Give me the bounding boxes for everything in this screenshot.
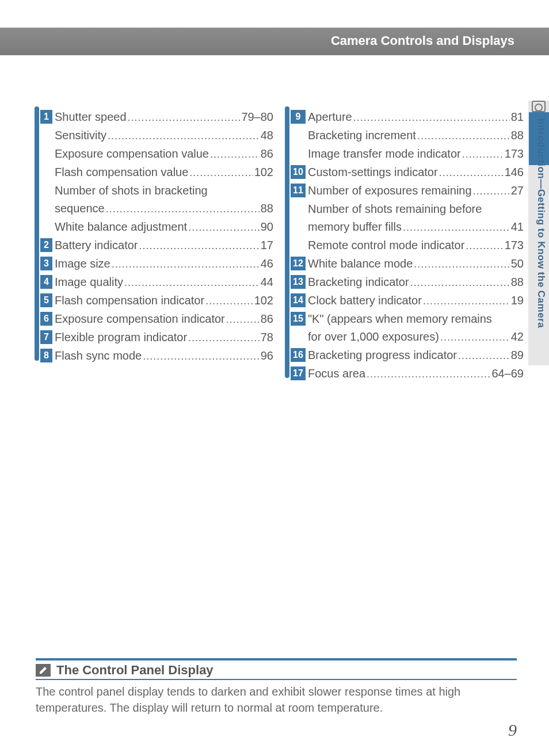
toc-entry: Remote control mode indicator173 bbox=[291, 236, 524, 254]
pencil-icon bbox=[36, 664, 51, 677]
entry-leader-dots bbox=[209, 146, 260, 163]
page-number: 9 bbox=[508, 720, 517, 740]
entry-leader-dots bbox=[204, 292, 253, 310]
entry-line: Shutter speed79–80 bbox=[55, 108, 273, 126]
entry-page: 173 bbox=[504, 236, 524, 254]
entry-leader-dots bbox=[127, 109, 241, 126]
entry-page: 27 bbox=[510, 182, 524, 199]
entry-line: Image transfer mode indicator173 bbox=[308, 145, 524, 163]
entry-label: Flash compensation value bbox=[55, 163, 188, 181]
entry-page: 79–80 bbox=[240, 108, 273, 125]
entry-label: Bracketing increment bbox=[308, 127, 416, 144]
camera-icon bbox=[532, 101, 546, 112]
entry-leader-dots bbox=[422, 292, 510, 310]
entry-leader-dots bbox=[416, 127, 510, 144]
entry-page: 42 bbox=[510, 328, 524, 345]
entry-leader-dots bbox=[110, 255, 260, 273]
entry-label: Clock battery indicator bbox=[308, 292, 422, 309]
toc-entry: 6Exposure compensation indicator86 bbox=[40, 310, 273, 328]
entry-label: memory buffer fills bbox=[308, 218, 402, 235]
entry-leader-dots bbox=[402, 219, 510, 236]
entry-leader-dots bbox=[123, 274, 260, 291]
entry-leader-dots bbox=[409, 274, 510, 291]
entry-label: Shutter speed bbox=[55, 108, 127, 125]
note-box: The Control Panel Display The control pa… bbox=[36, 658, 517, 716]
entry-number: 7 bbox=[40, 330, 52, 344]
toc-entry: sequence88 bbox=[40, 200, 273, 217]
entry-page: 78 bbox=[260, 329, 273, 346]
entry-line: memory buffer fills41 bbox=[308, 218, 524, 236]
toc-right-column: 9Aperture81Bracketing increment88Image t… bbox=[291, 108, 524, 383]
entry-line: Image quality44 bbox=[55, 273, 273, 291]
entry-page: 64–69 bbox=[490, 365, 524, 382]
toc-entry: 9Aperture81 bbox=[291, 108, 524, 126]
entry-leader-dots bbox=[138, 237, 260, 254]
entry-label: Remote control mode indicator bbox=[308, 236, 464, 254]
toc-entry: 12White balance mode50 bbox=[291, 255, 524, 273]
entry-label: sequence bbox=[55, 200, 105, 217]
entry-label: Exposure compensation indicator bbox=[55, 310, 225, 327]
toc-entry: Exposure compensation value86 bbox=[40, 145, 273, 163]
entry-page: 88 bbox=[260, 200, 273, 217]
toc-entry: 2Battery indicator17 bbox=[40, 236, 273, 254]
entry-label: Custom-settings indicator bbox=[308, 163, 438, 181]
entry-line: Battery indicator17 bbox=[55, 236, 273, 254]
entry-leader-dots bbox=[461, 146, 504, 163]
entry-leader-dots bbox=[187, 219, 260, 236]
entry-page: 50 bbox=[510, 255, 524, 272]
entry-line: sequence88 bbox=[55, 200, 273, 217]
toc-entry: 8Flash sync mode96 bbox=[40, 347, 273, 365]
entry-page: 81 bbox=[510, 108, 524, 125]
toc-entry: 7Flexible program indicator78 bbox=[40, 329, 273, 346]
entry-label: Flexible program indicator bbox=[55, 329, 187, 346]
entry-number: 3 bbox=[40, 257, 52, 270]
toc-entry: Number of shots in bracketing bbox=[40, 182, 273, 199]
entry-page: 146 bbox=[504, 163, 524, 181]
side-section-label: Introduction—Getting to Know the Camera bbox=[535, 119, 547, 328]
entry-leader-dots bbox=[439, 329, 510, 346]
entry-line: Exposure compensation indicator86 bbox=[55, 310, 273, 328]
entry-line: Flash compensation value102 bbox=[55, 163, 273, 181]
entry-line: Aperture81 bbox=[308, 108, 524, 126]
entry-number: 1 bbox=[40, 110, 52, 124]
entry-label: Number of shots remaining before bbox=[308, 200, 482, 217]
toc-entry: 3Image size46 bbox=[40, 255, 273, 273]
toc-entry: for over 1,000 exposures)42 bbox=[291, 328, 524, 346]
entry-label: Flash sync mode bbox=[55, 347, 142, 364]
toc-entry: 5Flash compensation indicator102 bbox=[40, 292, 273, 310]
entry-label: "K" (appears when memory remains bbox=[308, 310, 492, 327]
toc-entry: memory buffer fills41 bbox=[291, 218, 524, 236]
entry-page: 88 bbox=[510, 127, 524, 144]
entry-leader-dots bbox=[106, 127, 260, 144]
entry-label: Aperture bbox=[308, 108, 352, 125]
entry-line: "K" (appears when memory remains bbox=[308, 310, 524, 327]
note-rule bbox=[36, 658, 517, 660]
entry-line: Exposure compensation value86 bbox=[55, 145, 273, 163]
entry-line: Image size46 bbox=[55, 255, 273, 273]
entry-leader-dots bbox=[365, 365, 490, 383]
toc-entry: 16Bracketing progress indicator89 bbox=[291, 346, 524, 364]
entry-number: 13 bbox=[291, 275, 306, 289]
entry-page: 90 bbox=[260, 218, 273, 235]
entry-line: Flexible program indicator78 bbox=[55, 329, 273, 346]
entry-label: Image transfer mode indicator bbox=[308, 145, 461, 162]
header-title: Camera Controls and Displays bbox=[331, 33, 514, 48]
entry-page: 173 bbox=[504, 145, 524, 162]
toc-entry: Image transfer mode indicator173 bbox=[291, 145, 524, 163]
entry-number: 16 bbox=[291, 348, 306, 362]
entry-leader-dots bbox=[457, 347, 510, 364]
entry-page: 19 bbox=[510, 292, 524, 309]
entry-leader-dots bbox=[413, 255, 509, 273]
toc-columns: 1Shutter speed79–80Sensitivity48Exposure… bbox=[40, 108, 514, 383]
entry-page: 44 bbox=[260, 273, 273, 291]
entry-page: 88 bbox=[510, 273, 524, 291]
header-bar: Camera Controls and Displays bbox=[0, 28, 549, 55]
toc-entry: 4Image quality44 bbox=[40, 273, 273, 291]
toc-entry: Sensitivity48 bbox=[40, 127, 273, 144]
entry-label: Focus area bbox=[308, 365, 365, 382]
entry-number: 4 bbox=[40, 275, 52, 289]
entry-label: Flash compensation indicator bbox=[55, 292, 204, 309]
entry-line: Number of shots remaining before bbox=[308, 200, 524, 217]
entry-label: Image quality bbox=[55, 273, 123, 291]
toc-entry: 13Bracketing indicator88 bbox=[291, 273, 524, 291]
